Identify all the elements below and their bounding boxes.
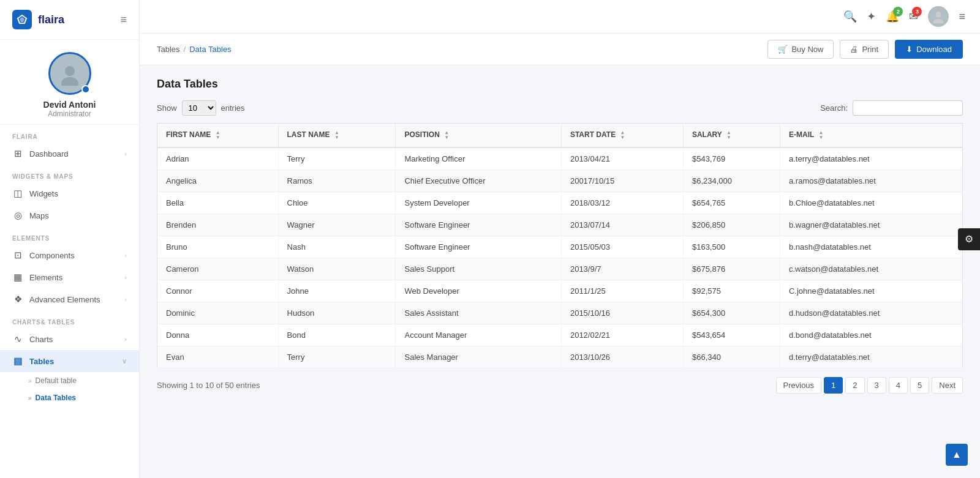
pagination-page-2[interactable]: 2	[845, 377, 864, 394]
sidebar-item-components[interactable]: ⊡ Components ›	[0, 244, 139, 266]
svg-point-2	[65, 66, 75, 76]
menu-icon[interactable]: ≡	[959, 10, 965, 23]
sidebar-sub-item-data-tables[interactable]: » Data Tables	[0, 389, 139, 406]
sidebar-item-advanced-elements[interactable]: ❖ Advanced Elements ›	[0, 288, 139, 310]
table-row: AngelicaRamosChief Executive Officer2001…	[157, 170, 963, 192]
sidebar-item-elements[interactable]: ▦ Elements ›	[0, 266, 139, 288]
sidebar-item-label: Tables	[29, 357, 116, 366]
cell-last_name: Watson	[278, 258, 396, 280]
hamburger-icon[interactable]: ≡	[120, 13, 127, 26]
col-first-name[interactable]: FIRST NAME ▲▼	[157, 124, 279, 148]
cell-salary: $543,769	[683, 148, 780, 170]
sidebar-item-label: Advanced Elements	[29, 295, 118, 304]
cell-first_name: Brenden	[157, 214, 279, 236]
subheader-actions: 🛒 Buy Now 🖨 Print ⬇ Download	[767, 40, 963, 59]
sidebar-item-maps[interactable]: ◎ Maps	[0, 204, 139, 226]
page-title: Data Tables	[157, 78, 963, 91]
svg-marker-1	[20, 17, 24, 22]
cell-first_name: Donna	[157, 324, 279, 346]
cell-first_name: Cameron	[157, 258, 279, 280]
sidebar-item-dashboard[interactable]: ⊞ Dashboard ›	[0, 143, 139, 165]
chevron-right-icon: ›	[124, 252, 127, 259]
sidebar-sub-item-default-table[interactable]: » Default table	[0, 372, 139, 389]
sidebar-logo: flaira ≡	[0, 0, 139, 40]
cell-start_date: 2012/02/21	[561, 324, 683, 346]
cell-last_name: Terry	[278, 346, 396, 368]
sort-arrows: ▲▼	[726, 130, 731, 140]
cell-start_date: 2013/10/26	[561, 346, 683, 368]
sidebar-item-widgets[interactable]: ◫ Widgets	[0, 182, 139, 204]
cell-first_name: Angelica	[157, 170, 279, 192]
cell-email: c.watson@datatables.net	[780, 258, 962, 280]
cell-salary: $675,876	[683, 258, 780, 280]
svg-point-4	[935, 12, 941, 18]
logo-icon	[12, 10, 32, 29]
col-start-date[interactable]: START DATE ▲▼	[561, 124, 683, 148]
buy-now-button[interactable]: 🛒 Buy Now	[767, 40, 834, 59]
col-salary[interactable]: SALARY ▲▼	[683, 124, 780, 148]
cell-position: Marketing Officer	[396, 148, 561, 170]
cell-salary: $654,765	[683, 192, 780, 214]
sidebar: flaira ≡ Devid Antoni Administrator FLAI…	[0, 0, 140, 478]
cell-salary: $66,340	[683, 346, 780, 368]
table-row: AdrianTerryMarketing Officer2013/04/21$5…	[157, 148, 963, 170]
cell-last_name: Bond	[278, 324, 396, 346]
col-last-name[interactable]: LAST NAME ▲▼	[278, 124, 396, 148]
pagination-page-3[interactable]: 3	[867, 377, 886, 394]
entries-select[interactable]: 10 25 50 100	[182, 100, 216, 116]
profile-role: Administrator	[48, 110, 91, 118]
cell-first_name: Bruno	[157, 236, 279, 258]
sidebar-item-label: Charts	[29, 335, 118, 344]
chevron-down-icon: ∨	[122, 357, 127, 365]
breadcrumb: Tables / Data Tables	[157, 45, 232, 54]
pagination-previous[interactable]: Previous	[776, 377, 822, 394]
cell-salary: $206,850	[683, 214, 780, 236]
cell-position: System Developer	[396, 192, 561, 214]
table-row: ConnorJohneWeb Developer2011/1/25$92,575…	[157, 280, 963, 302]
dashboard-icon: ⊞	[12, 148, 23, 159]
search-label: Search:	[820, 103, 848, 113]
topbar: 🔍 ✦ 🔔 2 ✉ 3 ≡	[140, 0, 980, 34]
advanced-elements-icon: ❖	[12, 294, 23, 305]
elements-icon: ▦	[12, 272, 23, 283]
page-content: Data Tables Show 10 25 50 100 entries Se…	[140, 65, 980, 478]
col-email[interactable]: E-MAIL ▲▼	[780, 124, 962, 148]
print-button[interactable]: 🖨 Print	[840, 40, 889, 59]
chevron-right-icon: ›	[124, 296, 127, 303]
cell-salary: $163,500	[683, 236, 780, 258]
breadcrumb-parent[interactable]: Tables	[157, 45, 180, 54]
messages-icon[interactable]: ✉ 3	[909, 10, 918, 23]
settings-tab[interactable]: ⚙	[958, 228, 980, 250]
topbar-avatar[interactable]	[928, 6, 949, 27]
scroll-top-button[interactable]: ▲	[946, 444, 968, 466]
pagination-page-5[interactable]: 5	[910, 377, 929, 394]
chevron-right-icon: ›	[124, 150, 127, 157]
search-input[interactable]	[853, 100, 963, 116]
sort-arrows: ▲▼	[818, 130, 823, 140]
pagination-page-1[interactable]: 1	[824, 377, 843, 394]
cell-position: Software Engineer	[396, 214, 561, 236]
cell-position: Web Developer	[396, 280, 561, 302]
table-row: BellaChloeSystem Developer2018/03/12$654…	[157, 192, 963, 214]
sidebar-item-charts[interactable]: ∿ Charts ›	[0, 328, 139, 350]
sparkle-icon[interactable]: ✦	[867, 10, 876, 23]
cell-position: Sales Manager	[396, 346, 561, 368]
pagination-page-4[interactable]: 4	[889, 377, 908, 394]
cell-last_name: Ramos	[278, 170, 396, 192]
pagination-next[interactable]: Next	[932, 377, 963, 394]
section-label-charts-tables: CHARTS& TABLES	[0, 310, 139, 328]
section-label-flaira: FLAIRA	[0, 125, 139, 143]
table-row: EvanTerrySales Manager2013/10/26$66,340d…	[157, 346, 963, 368]
cell-last_name: Hudson	[278, 302, 396, 324]
table-footer: Showing 1 to 10 of 50 entries Previous 1…	[157, 377, 963, 394]
download-button[interactable]: ⬇ Download	[895, 40, 963, 59]
chevron-right-icon: ›	[124, 335, 127, 343]
table-row: DonnaBondAccount Manager2012/02/21$543,6…	[157, 324, 963, 346]
col-position[interactable]: POSITION ▲▼	[396, 124, 561, 148]
maps-icon: ◎	[12, 210, 23, 221]
notification-bell[interactable]: 🔔 2	[886, 10, 899, 23]
cell-first_name: Dominic	[157, 302, 279, 324]
sidebar-item-tables[interactable]: ▤ Tables ∨	[0, 350, 139, 372]
search-icon[interactable]: 🔍	[843, 10, 857, 23]
cell-email: b.Chloe@datatables.net	[780, 192, 962, 214]
